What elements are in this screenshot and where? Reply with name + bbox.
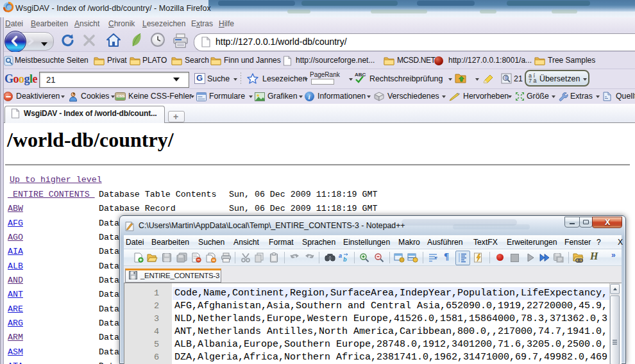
svg-text:CSS: CSS [117,94,124,98]
svg-text:a: a [339,252,342,259]
svg-text:G: G [505,76,508,80]
svg-text:b: b [343,256,347,263]
